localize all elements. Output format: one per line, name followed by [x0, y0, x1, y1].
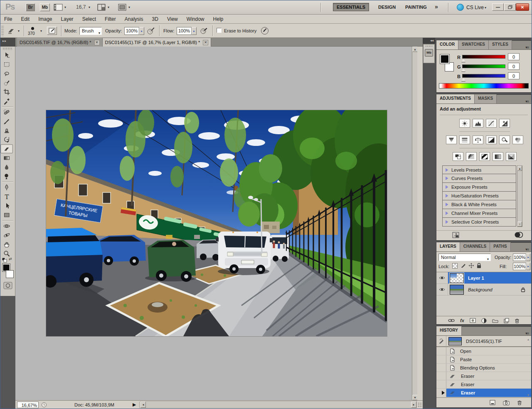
layers-opacity-spinner[interactable]: ▸: [526, 254, 530, 261]
background-color-swatch[interactable]: [6, 270, 14, 278]
history-state-open-source[interactable]: [436, 347, 446, 355]
levels-icon[interactable]: [473, 119, 483, 128]
gradient-map-icon[interactable]: [493, 152, 503, 161]
history-state-eraser-1[interactable]: Eraser: [436, 372, 531, 380]
tab-channels[interactable]: CHANNELS: [460, 242, 490, 251]
swap-colors-icon[interactable]: ⇄: [9, 257, 12, 261]
lock-all-icon[interactable]: [476, 263, 482, 269]
menu-file[interactable]: File: [0, 15, 16, 24]
selective-color-icon[interactable]: [506, 152, 517, 161]
status-flyout-icon[interactable]: ▶: [133, 402, 136, 407]
photo-filter-icon[interactable]: [499, 136, 510, 144]
tool-preset-caret[interactable]: ▾: [18, 29, 20, 33]
menu-analysis[interactable]: Analysis: [121, 15, 147, 24]
arrange-documents-icon[interactable]: [97, 4, 106, 11]
link-layers-icon[interactable]: [448, 318, 455, 323]
layer1-thumbnail[interactable]: [450, 273, 464, 283]
lock-transparent-icon[interactable]: [452, 263, 458, 269]
brush-picker-caret[interactable]: ▾: [40, 29, 42, 33]
adjustments-panel-menu-icon[interactable]: ▾≡: [525, 97, 531, 103]
clip-to-layer-icon[interactable]: [514, 232, 524, 238]
menu-view[interactable]: View: [163, 15, 182, 24]
menu-window[interactable]: Window: [183, 15, 208, 24]
preset-levels[interactable]: Levels Presets: [442, 165, 516, 174]
threshold-icon[interactable]: [479, 152, 490, 161]
menu-help[interactable]: Help: [209, 15, 227, 24]
opacity-field[interactable]: 100%: [124, 27, 139, 35]
mini-bridge-button[interactable]: Mb: [40, 3, 50, 11]
preset-hue-saturation-expander-icon[interactable]: [446, 194, 448, 197]
dock-collapse-chevrons[interactable]: ◂◂: [423, 38, 435, 44]
preset-levels-expander-icon[interactable]: [446, 168, 448, 172]
blend-mode-caret[interactable]: ▾: [487, 256, 489, 263]
history-source-cell[interactable]: [436, 336, 446, 347]
photo-document[interactable]: КАНЦЕЛЯРСКИЕ ТОВАРЫ: [46, 110, 387, 336]
posterize-icon[interactable]: [466, 152, 477, 161]
channel-b-value[interactable]: 0: [508, 72, 520, 79]
tab-masks[interactable]: MASKS: [475, 94, 497, 103]
layers-fill-spinner[interactable]: ▸: [526, 263, 530, 270]
workspace-design[interactable]: DESIGN: [375, 3, 399, 11]
presets-scrollbar[interactable]: ▴ ▾: [517, 165, 522, 227]
channel-b-slider-thumb[interactable]: [461, 78, 466, 81]
history-state-eraser-2[interactable]: Eraser: [436, 380, 531, 389]
hue-saturation-icon[interactable]: [459, 136, 470, 144]
invert-icon[interactable]: [453, 152, 463, 161]
hscroll-left-icon[interactable]: ◂: [140, 402, 146, 408]
tab-history[interactable]: HISTORY: [436, 326, 462, 335]
airbrush-icon[interactable]: [200, 27, 208, 35]
quick-mask-button[interactable]: [3, 282, 12, 289]
delete-layer-icon[interactable]: [515, 318, 520, 323]
tool-hand[interactable]: [0, 240, 13, 249]
menu-select[interactable]: Select: [79, 15, 100, 24]
blend-mode-dropdown[interactable]: Normal▾: [438, 254, 491, 261]
layer-row-layer1[interactable]: Layer 1: [436, 272, 531, 284]
history-state-blending-source[interactable]: [436, 364, 446, 372]
document-tab-1-close-icon[interactable]: ✕: [94, 40, 100, 45]
preset-black-white[interactable]: Black & White Presets: [442, 200, 516, 209]
color-spectrum-ramp[interactable]: [439, 83, 529, 89]
tab-color[interactable]: COLOR: [436, 40, 458, 49]
options-grip[interactable]: [1, 25, 4, 36]
tool-3d-camera-rotate[interactable]: [0, 231, 13, 240]
mode-dropdown[interactable]: Brush▾: [79, 27, 102, 35]
toggle-brush-panel-button[interactable]: [47, 27, 57, 35]
tool-lasso[interactable]: [0, 69, 13, 78]
preset-channel-mixer-expander-icon[interactable]: [446, 212, 448, 215]
mini-bridge-dock-icon[interactable]: Mb: [425, 49, 433, 57]
close-button[interactable]: ✕: [516, 3, 529, 11]
bridge-button[interactable]: Br: [26, 3, 35, 11]
screen-mode-caret[interactable]: ▾: [128, 5, 130, 9]
channel-r-value[interactable]: 0: [508, 53, 520, 60]
vscroll-down-icon[interactable]: ▾: [412, 395, 417, 400]
channel-b-slider[interactable]: [462, 74, 505, 78]
channel-mixer-icon[interactable]: [512, 136, 523, 144]
history-state-eraser-3-source[interactable]: [436, 389, 446, 397]
brush-size-value[interactable]: 370: [28, 31, 35, 36]
presets-scroll-down-icon[interactable]: ▾: [517, 222, 522, 227]
tool-eraser[interactable]: [0, 144, 13, 153]
history-state-paste-source[interactable]: [436, 355, 446, 363]
layers-panel-menu-icon[interactable]: ▾≡: [525, 245, 531, 251]
tab-adjustments[interactable]: ADJUSTMENTS: [436, 94, 475, 103]
eraser-tool-preset-icon[interactable]: [7, 27, 15, 34]
tool-eyedropper[interactable]: [0, 96, 13, 106]
menu-3d[interactable]: 3D: [148, 15, 162, 24]
preset-curves[interactable]: Curves Presets: [442, 174, 516, 183]
add-layer-mask-icon[interactable]: [470, 318, 476, 323]
tab-styles[interactable]: STYLES: [489, 40, 512, 49]
color-panel-menu-icon[interactable]: ▾≡: [525, 43, 531, 49]
background-visibility-toggle[interactable]: [436, 284, 448, 295]
minimize-button[interactable]: —: [492, 3, 504, 11]
exposure-icon[interactable]: [499, 119, 510, 128]
toolbox-grip[interactable]: [2, 47, 13, 50]
view-extras-icon[interactable]: [54, 4, 63, 11]
tool-path-selection[interactable]: [0, 201, 13, 210]
canvas-area[interactable]: КАНЦЕЛЯРСКИЕ ТОВАРЫ: [15, 47, 417, 400]
history-state-eraser-3[interactable]: Eraser: [436, 389, 531, 397]
preset-selective-color-expander-icon[interactable]: [446, 220, 448, 224]
mode-caret[interactable]: ▾: [99, 30, 100, 37]
background-thumbnail[interactable]: [450, 285, 464, 295]
workspace-painting[interactable]: PAINTING: [402, 3, 430, 11]
preset-exposure-expander-icon[interactable]: [446, 185, 448, 189]
